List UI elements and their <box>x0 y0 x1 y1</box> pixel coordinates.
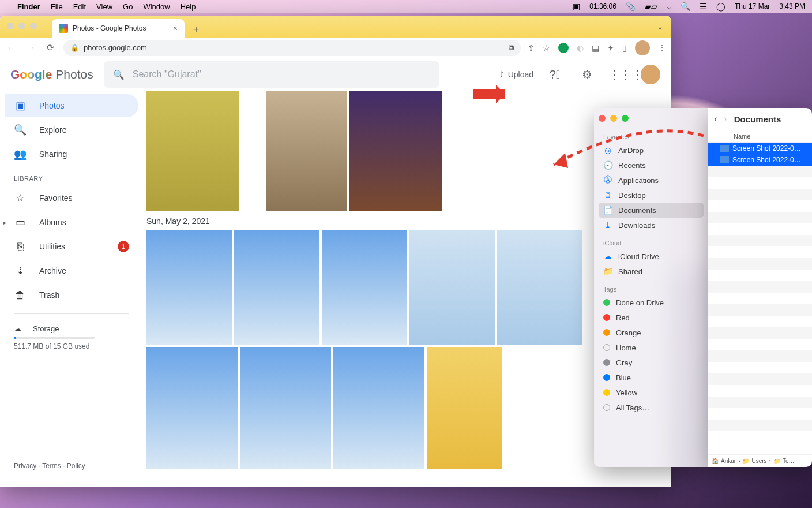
file-row[interactable] <box>708 316 812 327</box>
menubar-app-name[interactable]: Finder <box>17 2 40 11</box>
browser-tab[interactable]: Photos - Google Photos × <box>52 19 185 38</box>
file-row[interactable] <box>708 166 812 177</box>
file-row[interactable] <box>708 189 812 200</box>
share-icon[interactable]: ⇪ <box>528 43 535 53</box>
sidebar-item-trash[interactable]: 🗑Trash <box>5 283 138 307</box>
file-row[interactable] <box>708 200 812 212</box>
sidebar-item-archive[interactable]: ⇣Archive <box>5 259 138 282</box>
file-row[interactable] <box>708 304 812 316</box>
forward-button[interactable]: → <box>24 43 37 53</box>
file-row[interactable] <box>708 281 812 293</box>
sidebar-item-albums[interactable]: ▸▭Albums <box>5 211 138 234</box>
sidebar-tag[interactable]: Blue <box>599 370 704 385</box>
photo-thumbnail[interactable] <box>333 347 424 469</box>
sidebar-item-sharing[interactable]: 👥Sharing <box>5 143 138 166</box>
file-row[interactable] <box>708 420 812 431</box>
lock-icon[interactable]: 🔒 <box>70 44 79 52</box>
footer-terms-link[interactable]: Terms <box>42 462 61 470</box>
screen-record-icon[interactable]: ▣ <box>573 2 580 11</box>
file-row[interactable] <box>708 270 812 281</box>
column-headers[interactable]: Name <box>708 130 812 143</box>
sidebar-item-favorites[interactable]: ☆Favorites <box>5 186 138 210</box>
photo-thumbnail[interactable] <box>322 230 407 345</box>
file-row[interactable] <box>708 408 812 420</box>
file-row[interactable] <box>708 293 812 304</box>
menubar-date[interactable]: Thu 17 Mar <box>735 2 770 10</box>
photo-thumbnail[interactable] <box>146 230 232 345</box>
sidebar-tag[interactable]: All Tags… <box>599 400 704 415</box>
menu-file[interactable]: File <box>51 2 63 11</box>
file-row[interactable] <box>708 212 812 223</box>
open-in-new-icon[interactable]: ⧉ <box>509 43 514 53</box>
sidebar-item-explore[interactable]: 🔍Explore <box>5 118 138 141</box>
wifi-icon[interactable]: ⌵ <box>667 2 671 11</box>
sidebar-item-downloads[interactable]: ⤓Downloads <box>599 218 704 233</box>
extension-grammarly-icon[interactable] <box>558 43 569 53</box>
photo-thumbnail[interactable] <box>427 347 502 469</box>
menu-help[interactable]: Help <box>181 2 196 11</box>
photo-thumbnail[interactable] <box>266 91 347 211</box>
window-traffic-lights[interactable] <box>599 115 704 122</box>
sidebar-item-shared[interactable]: 📁Shared <box>599 264 704 279</box>
file-row[interactable]: Screen Shot 2022-0… <box>708 143 812 154</box>
menu-edit[interactable]: Edit <box>73 2 86 11</box>
file-row[interactable] <box>708 177 812 189</box>
attachment-icon[interactable]: 📎 <box>626 2 636 11</box>
file-row[interactable] <box>708 327 812 339</box>
file-row[interactable] <box>708 258 812 270</box>
sidebar-tag[interactable]: Red <box>599 310 704 325</box>
photo-thumbnail[interactable] <box>146 347 238 469</box>
upload-button[interactable]: ⤴ Upload <box>499 70 533 79</box>
photo-thumbnail[interactable] <box>234 230 319 345</box>
file-row[interactable] <box>708 246 812 258</box>
storage-section[interactable]: ☁Storage 511.7 MB of 15 GB used <box>5 321 138 354</box>
sidebar-tag[interactable]: Yellow <box>599 385 704 400</box>
chrome-menu-icon[interactable]: ⋮ <box>658 43 666 53</box>
close-tab-icon[interactable]: × <box>173 24 178 33</box>
sidebar-tag[interactable]: Done on Drive <box>599 295 704 310</box>
file-row[interactable] <box>708 362 812 373</box>
sidebar-tag[interactable]: Gray <box>599 355 704 370</box>
back-button[interactable]: ‹ <box>714 114 717 124</box>
file-row[interactable] <box>708 223 812 235</box>
sidebar-tag[interactable]: Home <box>599 340 704 355</box>
file-row[interactable]: Screen Shot 2022-0… <box>708 154 812 166</box>
siri-icon[interactable]: ◯ <box>716 2 725 11</box>
file-row[interactable] <box>708 385 812 397</box>
photo-thumbnail[interactable] <box>349 91 442 211</box>
forward-button[interactable]: › <box>724 114 727 124</box>
sidepanel-icon[interactable]: ▯ <box>622 43 627 53</box>
menu-go[interactable]: Go <box>123 2 133 11</box>
sidebar-tag[interactable]: Orange <box>599 325 704 340</box>
footer-privacy-link[interactable]: Privacy <box>14 462 36 470</box>
menubar-time[interactable]: 3:43 PM <box>779 2 805 10</box>
help-icon[interactable]: ?⃝ <box>544 68 566 81</box>
menu-view[interactable]: View <box>96 2 112 11</box>
file-row[interactable] <box>708 235 812 246</box>
sidebar-item-photos[interactable]: ▣Photos <box>5 94 138 117</box>
control-center-icon[interactable]: ☰ <box>700 2 707 11</box>
account-avatar[interactable] <box>641 65 660 84</box>
photo-thumbnail[interactable] <box>409 230 495 345</box>
search-input[interactable]: 🔍 Search "Gujarat" <box>104 61 439 88</box>
apps-grid-icon[interactable]: ⋮⋮⋮ <box>608 68 630 81</box>
sidebar-item-utilities[interactable]: ⎘Utilities1 <box>5 235 138 258</box>
new-tab-button[interactable]: + <box>188 21 204 38</box>
photo-thumbnail[interactable] <box>240 347 331 469</box>
star-icon[interactable]: ☆ <box>543 43 550 53</box>
file-row[interactable] <box>708 350 812 362</box>
extension-icon[interactable]: ▤ <box>592 43 599 53</box>
chrome-profile-avatar[interactable] <box>635 40 650 55</box>
photo-thumbnail[interactable] <box>146 91 239 211</box>
sidebar-item-desktop[interactable]: 🖥Desktop <box>599 188 704 203</box>
extensions-puzzle-icon[interactable]: ✦ <box>607 43 614 53</box>
back-button[interactable]: ← <box>5 43 17 53</box>
file-row[interactable] <box>708 339 812 350</box>
file-row[interactable] <box>708 373 812 385</box>
photo-thumbnail[interactable] <box>497 230 582 345</box>
spotlight-icon[interactable]: 🔍 <box>681 2 690 11</box>
sidebar-item-documents[interactable]: 📄Documents <box>599 203 704 218</box>
address-bar[interactable]: 🔒 photos.google.com ⧉ <box>63 40 521 56</box>
expand-caret-icon[interactable]: ▸ <box>3 219 6 226</box>
tabstrip-chevron-icon[interactable]: ⌄ <box>657 22 664 31</box>
